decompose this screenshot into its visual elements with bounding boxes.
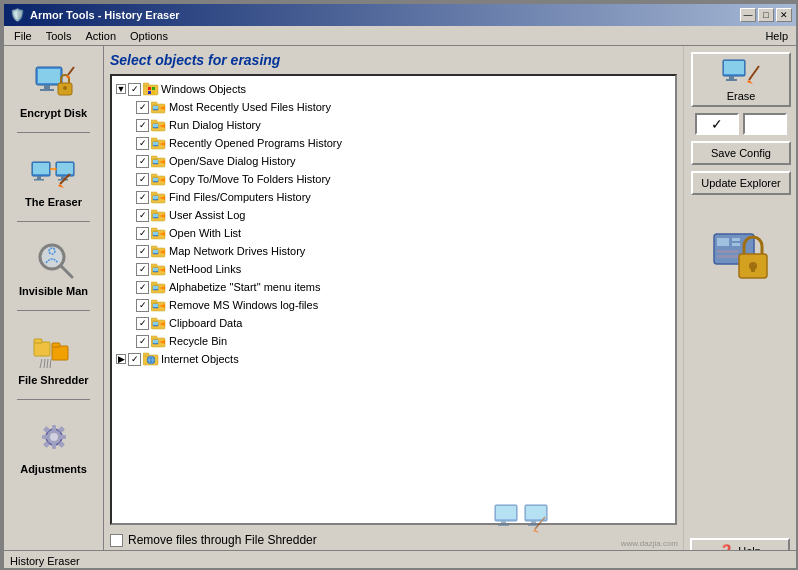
tree-item-checkbox[interactable]: ✓ — [136, 317, 149, 330]
internet-expand[interactable]: ▶ — [116, 354, 126, 364]
svg-rect-47 — [152, 91, 155, 94]
tree-item-icon — [151, 297, 167, 313]
svg-rect-142 — [732, 243, 740, 246]
tree-item[interactable]: ✓ Open With List — [136, 224, 671, 242]
internet-root-label: Internet Objects — [161, 353, 239, 365]
internet-checkbox[interactable]: ✓ — [128, 353, 141, 366]
svg-rect-111 — [153, 322, 158, 325]
sidebar-item-eraser[interactable]: The Eraser — [9, 141, 99, 213]
svg-line-137 — [749, 66, 759, 80]
right-panel: Erase ✓ Save Config Update Explorer — [683, 46, 798, 570]
file-shredder-option-label: Remove files through File Shredder — [128, 533, 317, 547]
tree-item[interactable]: ✓ Clipboard Data — [136, 314, 671, 332]
tree-item[interactable]: ✓ Recycle Bin — [136, 332, 671, 350]
sidebar-item-invisible-man[interactable]: Invisible Man — [9, 230, 99, 302]
tree-item[interactable]: ✓ Alphabetize "Start" menu items — [136, 278, 671, 296]
svg-line-30 — [47, 359, 48, 368]
tree-item-checkbox[interactable]: ✓ — [136, 137, 149, 150]
tree-item[interactable]: ✓ Recently Opened Programs History — [136, 134, 671, 152]
tree-item-checkbox[interactable]: ✓ — [136, 281, 149, 294]
svg-rect-76 — [153, 196, 158, 199]
svg-rect-147 — [751, 266, 755, 272]
tree-item-checkbox[interactable]: ✓ — [136, 227, 149, 240]
sidebar-item-adjustments[interactable]: Adjustments — [9, 408, 99, 480]
windows-root-label: Windows Objects — [161, 83, 246, 95]
tree-windows-root[interactable]: ▼ ✓ Windows Objects — [116, 80, 671, 98]
tree-item-icon — [151, 207, 167, 223]
svg-point-5 — [63, 86, 67, 90]
menu-tools[interactable]: Tools — [40, 29, 78, 43]
tree-item[interactable]: ✓ Run Dialog History — [136, 116, 671, 134]
close-button[interactable]: ✕ — [776, 8, 792, 22]
tree-item[interactable]: ✓ Remove MS Windows log-files — [136, 296, 671, 314]
tree-item-icon — [151, 279, 167, 295]
tree-item-label: Most Recently Used Files History — [169, 101, 331, 113]
tree-item-checkbox[interactable]: ✓ — [136, 299, 149, 312]
sidebar-label-adjustments: Adjustments — [20, 463, 87, 475]
svg-rect-109 — [151, 318, 157, 321]
tree-item[interactable]: ✓ Find Files/Computers History — [136, 188, 671, 206]
update-explorer-label: Update Explorer — [701, 177, 781, 189]
tree-item-checkbox[interactable]: ✓ — [136, 155, 149, 168]
tree-item-checkbox[interactable]: ✓ — [136, 209, 149, 222]
sidebar-label-invisible: Invisible Man — [19, 285, 88, 297]
svg-rect-116 — [153, 340, 158, 343]
tree-item-checkbox[interactable]: ✓ — [136, 101, 149, 114]
tree-item[interactable]: ✓ User Assist Log — [136, 206, 671, 224]
svg-rect-9 — [33, 163, 49, 174]
eraser-icon — [30, 146, 78, 194]
svg-point-21 — [42, 247, 62, 267]
svg-rect-45 — [152, 87, 155, 90]
svg-rect-27 — [52, 343, 60, 347]
windows-checkbox[interactable]: ✓ — [128, 83, 141, 96]
file-shredder-option-row[interactable]: Remove files through File Shredder — [110, 533, 677, 547]
tree-item-checkbox[interactable]: ✓ — [136, 119, 149, 132]
tree-item-icon — [151, 315, 167, 331]
tree-item-icon — [151, 333, 167, 349]
svg-rect-24 — [34, 342, 50, 356]
tree-item[interactable]: ✓ Most Recently Used Files History — [136, 98, 671, 116]
tree-item-checkbox[interactable]: ✓ — [136, 335, 149, 348]
tree-item[interactable]: ✓ Map Network Drives History — [136, 242, 671, 260]
sidebar-divider-1 — [17, 132, 90, 133]
svg-rect-135 — [729, 76, 734, 79]
menu-options[interactable]: Options — [124, 29, 174, 43]
minimize-button[interactable]: — — [740, 8, 756, 22]
maximize-button[interactable]: □ — [758, 8, 774, 22]
tree-item[interactable]: ✓ Copy To/Move To Folders History — [136, 170, 671, 188]
tree-panel[interactable]: ▼ ✓ Windows Objects — [110, 74, 677, 525]
sidebar-item-file-shredder[interactable]: File Shredder — [9, 319, 99, 391]
svg-rect-74 — [151, 192, 157, 195]
svg-rect-84 — [151, 228, 157, 231]
svg-rect-126 — [498, 524, 509, 526]
tree-item-checkbox[interactable]: ✓ — [136, 173, 149, 186]
tree-item-checkbox[interactable]: ✓ — [136, 263, 149, 276]
title-text: 🛡️ Armor Tools - History Eraser — [10, 8, 180, 22]
menu-action[interactable]: Action — [79, 29, 122, 43]
save-config-button[interactable]: Save Config — [691, 141, 791, 165]
svg-rect-114 — [151, 336, 157, 339]
svg-rect-13 — [57, 163, 73, 174]
uncheck-all-button[interactable] — [743, 113, 787, 135]
windows-expand[interactable]: ▼ — [116, 84, 126, 94]
svg-rect-144 — [717, 255, 739, 258]
tree-item-checkbox[interactable]: ✓ — [136, 191, 149, 204]
svg-rect-36 — [42, 435, 48, 439]
update-explorer-button[interactable]: Update Explorer — [691, 171, 791, 195]
tree-item[interactable]: ✓ NetHood Links — [136, 260, 671, 278]
tree-item-icon — [151, 135, 167, 151]
file-shredder-checkbox[interactable] — [110, 534, 123, 547]
erase-button[interactable]: Erase — [691, 52, 791, 107]
tree-item[interactable]: ✓ Open/Save Dialog History — [136, 152, 671, 170]
window-controls: — □ ✕ — [740, 8, 792, 22]
menu-file[interactable]: File — [8, 29, 38, 43]
svg-rect-49 — [151, 102, 157, 105]
check-all-button[interactable]: ✓ — [695, 113, 739, 135]
menu-help[interactable]: Help — [759, 29, 794, 43]
svg-rect-11 — [34, 179, 44, 181]
svg-rect-91 — [153, 250, 158, 253]
sidebar-item-encrypt-disk[interactable]: Encrypt Disk — [9, 52, 99, 124]
tree-internet-root[interactable]: ▶ ✓ Internet Objects — [116, 350, 671, 368]
tree-item-icon — [151, 171, 167, 187]
tree-item-checkbox[interactable]: ✓ — [136, 245, 149, 258]
